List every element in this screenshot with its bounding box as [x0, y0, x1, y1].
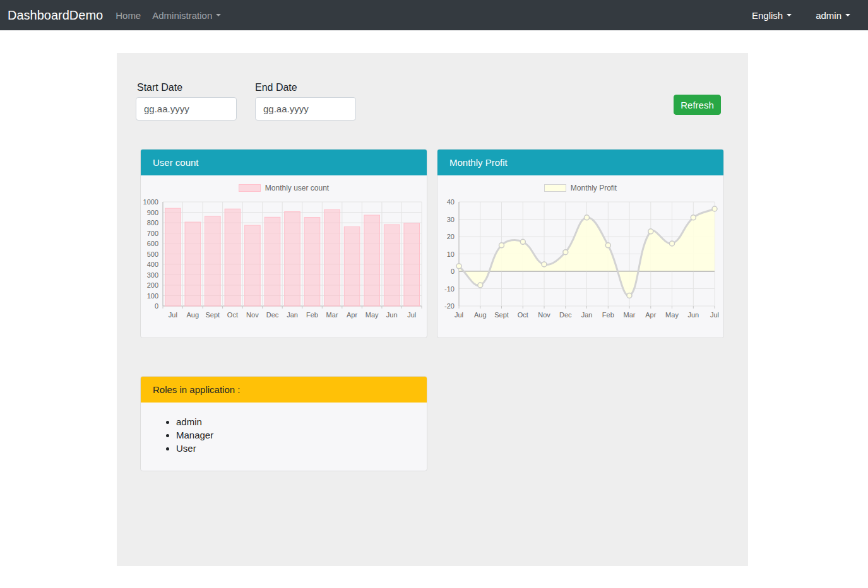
user-count-panel-title: User count — [153, 157, 199, 168]
refresh-button[interactable]: Refresh — [674, 95, 721, 115]
svg-text:20: 20 — [447, 233, 455, 240]
svg-text:200: 200 — [147, 281, 158, 289]
navbar: DashboardDemo Home Administration Englis… — [0, 0, 868, 30]
end-date-label: End Date — [255, 82, 297, 93]
svg-text:10: 10 — [447, 250, 455, 258]
dashboard-container: Start Date End Date Refresh User count M… — [117, 53, 748, 566]
roles-panel-title: Roles in application : — [153, 384, 240, 395]
svg-text:-20: -20 — [444, 302, 455, 310]
svg-text:Nov: Nov — [538, 311, 550, 319]
svg-text:100: 100 — [147, 292, 158, 300]
monthly-profit-line-chart: -20-10010203040JulAugSeptOctNovDecJanFeb… — [437, 197, 723, 332]
svg-text:Jul: Jul — [455, 311, 463, 319]
svg-text:400: 400 — [147, 261, 158, 268]
svg-text:Mar: Mar — [326, 311, 338, 319]
legend-label: Monthly Profit — [571, 184, 617, 192]
brand-link[interactable]: DashboardDemo — [8, 8, 103, 23]
svg-text:Jan: Jan — [287, 311, 298, 319]
svg-text:500: 500 — [147, 250, 158, 258]
svg-text:Oct: Oct — [518, 311, 528, 319]
user-count-panel-header: User count — [141, 150, 427, 175]
svg-text:Jan: Jan — [581, 311, 593, 319]
role-item: admin — [176, 415, 427, 428]
roles-panel: Roles in application : admin Manager Use… — [140, 376, 427, 471]
nav-home-link[interactable]: Home — [116, 10, 141, 21]
start-date-label: Start Date — [137, 82, 182, 93]
svg-text:Aug: Aug — [187, 311, 199, 319]
svg-text:Dec: Dec — [266, 311, 279, 319]
caret-down-icon — [787, 14, 792, 16]
svg-text:Feb: Feb — [602, 311, 614, 319]
svg-text:0: 0 — [155, 302, 158, 310]
svg-text:30: 30 — [447, 216, 455, 223]
monthly-profit-legend: Monthly Profit — [437, 183, 723, 193]
legend-swatch — [544, 184, 566, 192]
svg-text:700: 700 — [147, 230, 158, 237]
svg-text:1000: 1000 — [143, 198, 158, 206]
svg-text:Jun: Jun — [687, 311, 699, 319]
language-label: English — [752, 10, 783, 21]
monthly-profit-panel-body: Monthly Profit -20-10010203040JulAugSept… — [437, 183, 723, 332]
svg-text:Sept: Sept — [494, 311, 509, 319]
svg-text:May: May — [665, 311, 679, 319]
svg-text:300: 300 — [147, 271, 158, 279]
svg-text:Apr: Apr — [347, 311, 357, 319]
user-count-bar-chart: 01002003004005006007008009001000JulAugSe… — [141, 197, 427, 332]
nav-administration-dropdown[interactable]: Administration — [152, 10, 221, 21]
roles-list: admin Manager User — [141, 415, 427, 455]
navbar-right: English admin — [728, 10, 868, 21]
svg-text:Apr: Apr — [645, 311, 656, 319]
svg-text:Aug: Aug — [474, 311, 487, 319]
svg-text:Jul: Jul — [407, 311, 416, 319]
legend-swatch — [239, 184, 261, 192]
monthly-profit-panel-header: Monthly Profit — [437, 150, 723, 175]
start-date-input[interactable] — [136, 97, 237, 121]
svg-text:May: May — [366, 311, 379, 319]
svg-text:Jul: Jul — [710, 311, 719, 319]
caret-down-icon — [216, 14, 221, 16]
user-menu-dropdown[interactable]: admin — [816, 10, 850, 21]
svg-text:Dec: Dec — [559, 311, 572, 319]
end-date-input[interactable] — [255, 97, 356, 121]
svg-text:900: 900 — [147, 209, 158, 216]
nav-administration-label: Administration — [152, 10, 212, 21]
user-count-panel: User count Monthly user count 0100200300… — [140, 149, 427, 338]
caret-down-icon — [845, 14, 850, 16]
svg-text:Feb: Feb — [306, 311, 318, 319]
svg-text:Oct: Oct — [227, 311, 238, 319]
monthly-profit-panel: Monthly Profit Monthly Profit -20-100102… — [437, 149, 724, 338]
svg-text:Mar: Mar — [624, 311, 636, 319]
svg-text:40: 40 — [447, 198, 455, 206]
roles-panel-header: Roles in application : — [141, 377, 427, 403]
role-item: Manager — [176, 428, 427, 442]
legend-label: Monthly user count — [265, 184, 329, 192]
svg-text:0: 0 — [451, 268, 455, 275]
role-item: User — [176, 442, 427, 455]
svg-text:600: 600 — [147, 240, 158, 247]
user-count-panel-body: Monthly user count 010020030040050060070… — [141, 183, 427, 332]
roles-panel-body: admin Manager User — [141, 415, 427, 455]
language-dropdown[interactable]: English — [752, 10, 792, 21]
user-label: admin — [816, 10, 841, 21]
svg-text:800: 800 — [147, 219, 158, 226]
svg-text:Sept: Sept — [205, 311, 220, 319]
svg-text:Jul: Jul — [169, 311, 177, 319]
monthly-profit-panel-title: Monthly Profit — [449, 157, 508, 168]
user-count-legend: Monthly user count — [141, 183, 427, 193]
svg-text:Jun: Jun — [386, 311, 398, 319]
svg-text:-10: -10 — [444, 285, 455, 293]
svg-text:Nov: Nov — [246, 311, 259, 319]
